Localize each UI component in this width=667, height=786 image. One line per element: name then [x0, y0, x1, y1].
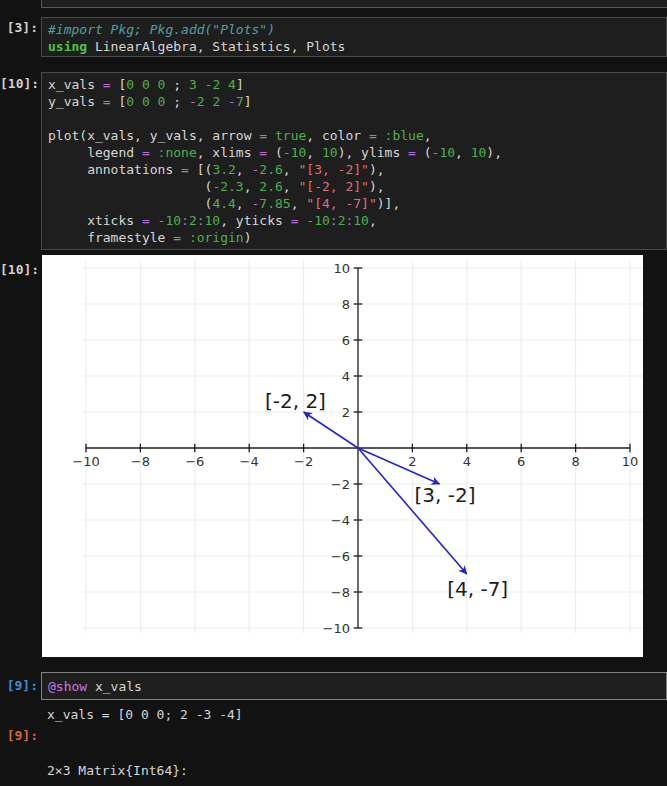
- y-tick-label: 6: [342, 333, 350, 348]
- code-editor-plot[interactable]: x_vals = [0 0 0 ; 3 -2 4]y_vals = [0 0 0…: [42, 73, 666, 246]
- execution-count-imports-cell: [3]:: [0, 20, 38, 35]
- x-tick-label: 6: [517, 454, 525, 469]
- x-tick-label: −2: [294, 454, 313, 469]
- x-tick-label: 10: [622, 454, 639, 469]
- stdout-line: x_vals = [0 0 0; 2 -3 -4]: [47, 706, 243, 723]
- previous-cell-edge[interactable]: [41, 0, 667, 8]
- plot-output-image: −10−8−6−4−2246810−10−8−6−4−2246810 [3, -…: [42, 255, 643, 657]
- code-editor-show[interactable]: @show x_vals: [42, 673, 666, 695]
- y-tick-label: −6: [331, 549, 350, 564]
- y-tick-label: 8: [342, 297, 350, 312]
- y-tick-label: 2: [342, 405, 350, 420]
- y-tick-label: −10: [323, 621, 350, 636]
- code-cell-plot[interactable]: x_vals = [0 0 0 ; 3 -2 4]y_vals = [0 0 0…: [41, 72, 667, 250]
- output-count-show-cell: [9]:: [0, 728, 38, 743]
- execution-count-plot-cell: [10]:: [0, 76, 38, 91]
- code-cell-imports[interactable]: #import Pkg; Pkg.add("Plots")using Linea…: [41, 17, 667, 57]
- axes-layer: −10−8−6−4−2246810−10−8−6−4−2246810: [72, 261, 638, 636]
- vector-plot: −10−8−6−4−2246810−10−8−6−4−2246810 [3, -…: [42, 255, 643, 657]
- x-tick-label: −8: [131, 454, 150, 469]
- vector-annotation: [-2, 2]: [265, 389, 326, 413]
- x-tick-label: 2: [408, 454, 416, 469]
- vector-annotation: [4, -7]: [447, 577, 508, 601]
- y-tick-label: 4: [342, 369, 350, 384]
- output-count-plot-cell: [10]:: [0, 262, 38, 277]
- y-tick-label: −2: [331, 477, 350, 492]
- vectors-layer: [3, -2][-2, 2][4, -7]: [265, 389, 508, 601]
- vector-annotation: [3, -2]: [415, 483, 476, 507]
- code-editor-imports[interactable]: #import Pkg; Pkg.add("Plots")using Linea…: [42, 18, 666, 55]
- x-tick-label: −10: [72, 454, 99, 469]
- matrix-type-line: 2×3 Matrix{Int64}:: [47, 762, 188, 779]
- code-cell-show[interactable]: @show x_vals: [41, 672, 667, 700]
- matrix-result: 2×3 Matrix{Int64}: 0 0 0 2 -3 -4: [47, 728, 188, 786]
- y-tick-label: 10: [333, 261, 350, 276]
- x-tick-label: 8: [571, 454, 579, 469]
- x-tick-label: −6: [185, 454, 204, 469]
- y-tick-label: −8: [331, 585, 350, 600]
- vector-arrow: [358, 448, 440, 484]
- x-tick-label: −4: [240, 454, 259, 469]
- x-tick-label: 4: [463, 454, 471, 469]
- notebook: [3]: #import Pkg; Pkg.add("Plots")using …: [0, 0, 667, 786]
- y-tick-label: −4: [331, 513, 350, 528]
- grid-layer: [82, 261, 643, 633]
- execution-count-show-cell: [9]:: [0, 678, 38, 693]
